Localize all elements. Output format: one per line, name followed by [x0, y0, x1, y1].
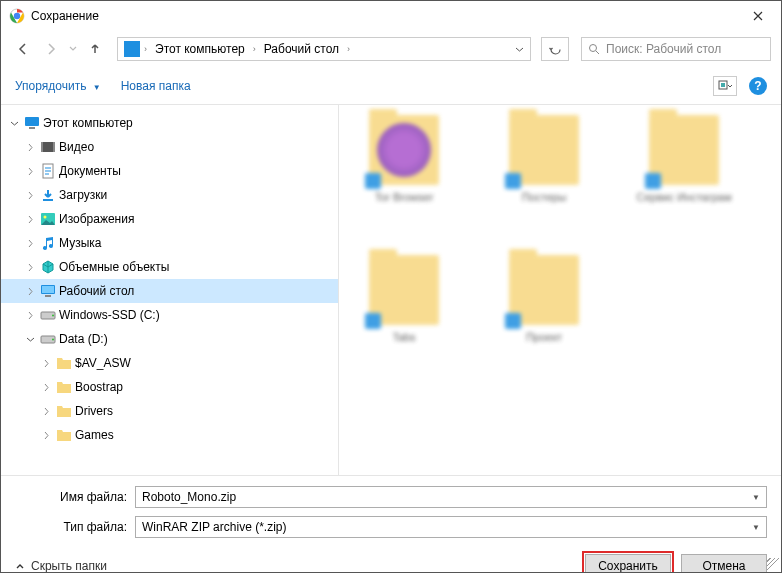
- svg-point-17: [52, 315, 54, 317]
- view-options[interactable]: [713, 76, 737, 96]
- tree-item[interactable]: Музыка: [1, 231, 338, 255]
- img-icon: [39, 211, 57, 227]
- tree-item[interactable]: Windows-SSD (C:): [1, 303, 338, 327]
- file-label: Сервис Инстаграм: [636, 191, 731, 204]
- tree-label: Games: [75, 428, 114, 442]
- chevron-right-icon: ›: [144, 44, 147, 54]
- tree-item[interactable]: Drivers: [1, 399, 338, 423]
- filetype-select[interactable]: WinRAR ZIP archive (*.zip) ▼: [135, 516, 767, 538]
- tree-item[interactable]: Games: [1, 423, 338, 447]
- tree-twisty[interactable]: [23, 287, 37, 296]
- tree-label: Объемные объекты: [59, 260, 169, 274]
- file-label: Постеры: [522, 191, 567, 204]
- tree-item[interactable]: Видео: [1, 135, 338, 159]
- svg-rect-14: [42, 286, 54, 293]
- filename-input[interactable]: Roboto_Mono.zip ▼: [135, 486, 767, 508]
- tree-item[interactable]: Изображения: [1, 207, 338, 231]
- tree-label: Изображения: [59, 212, 134, 226]
- tree-twisty[interactable]: [39, 359, 53, 368]
- pc-icon: [124, 41, 140, 57]
- folder-tree[interactable]: Этот компьютер Видео Документы Загрузки …: [1, 105, 339, 475]
- tree-twisty[interactable]: [23, 335, 37, 344]
- chrome-icon: [9, 8, 25, 24]
- address-dropdown[interactable]: [515, 45, 524, 54]
- organize-menu[interactable]: Упорядочить ▼: [15, 79, 101, 93]
- file-item[interactable]: Постеры: [489, 115, 599, 245]
- save-button[interactable]: Сохранить: [585, 554, 671, 573]
- drive-icon: [39, 331, 57, 347]
- tree-twisty[interactable]: [39, 383, 53, 392]
- file-item[interactable]: Tabs: [349, 255, 459, 385]
- filename-label: Имя файла:: [15, 490, 135, 504]
- tree-label: Рабочий стол: [59, 284, 134, 298]
- tree-item[interactable]: Загрузки: [1, 183, 338, 207]
- svg-point-2: [590, 45, 597, 52]
- tree-twisty[interactable]: [23, 191, 37, 200]
- folder-icon: [55, 427, 73, 443]
- tree-label: $AV_ASW: [75, 356, 131, 370]
- tree-item[interactable]: Рабочий стол: [1, 279, 338, 303]
- music-icon: [39, 235, 57, 251]
- tree-item[interactable]: Этот компьютер: [1, 111, 338, 135]
- file-item[interactable]: Проект: [489, 255, 599, 385]
- tree-item[interactable]: $AV_ASW: [1, 351, 338, 375]
- doc-icon: [39, 163, 57, 179]
- tree-item[interactable]: Data (D:): [1, 327, 338, 351]
- tree-label: Drivers: [75, 404, 113, 418]
- tree-twisty[interactable]: [23, 239, 37, 248]
- folder-icon: [55, 403, 73, 419]
- file-item[interactable]: Tor Browser: [349, 115, 459, 245]
- tree-twisty[interactable]: [39, 431, 53, 440]
- back-button[interactable]: [11, 37, 35, 61]
- desk-icon: [39, 283, 57, 299]
- breadcrumb-root[interactable]: Этот компьютер: [151, 40, 249, 58]
- tree-twisty[interactable]: [23, 311, 37, 320]
- recent-dropdown[interactable]: [67, 37, 79, 61]
- toolbar: Упорядочить ▼ Новая папка ?: [1, 67, 781, 105]
- file-pane[interactable]: Tor BrowserПостерыСервис ИнстаграмTabsПр…: [339, 105, 781, 475]
- address-bar[interactable]: › Этот компьютер › Рабочий стол ›: [117, 37, 531, 61]
- forward-button[interactable]: [39, 37, 63, 61]
- file-label: Tor Browser: [375, 191, 434, 204]
- cancel-button[interactable]: Отмена: [681, 554, 767, 573]
- help-button[interactable]: ?: [749, 77, 767, 95]
- tree-label: Документы: [59, 164, 121, 178]
- svg-point-19: [52, 339, 54, 341]
- tree-label: Data (D:): [59, 332, 108, 346]
- refresh-button[interactable]: [541, 37, 569, 61]
- close-button[interactable]: [735, 1, 781, 31]
- hide-folders-toggle[interactable]: Скрыть папки: [15, 559, 107, 573]
- tree-twisty[interactable]: [23, 167, 37, 176]
- tree-twisty[interactable]: [39, 407, 53, 416]
- svg-rect-8: [41, 142, 43, 152]
- up-button[interactable]: [83, 37, 107, 61]
- search-placeholder: Поиск: Рабочий стол: [606, 42, 721, 56]
- tree-label: Boostrap: [75, 380, 123, 394]
- tree-label: Загрузки: [59, 188, 107, 202]
- tree-twisty[interactable]: [7, 119, 21, 128]
- tree-item[interactable]: Документы: [1, 159, 338, 183]
- tree-item[interactable]: Boostrap: [1, 375, 338, 399]
- tree-twisty[interactable]: [23, 263, 37, 272]
- breadcrumb-sub[interactable]: Рабочий стол: [260, 40, 343, 58]
- search-input[interactable]: Поиск: Рабочий стол: [581, 37, 771, 61]
- file-item[interactable]: Сервис Инстаграм: [629, 115, 739, 245]
- tree-label: Этот компьютер: [43, 116, 133, 130]
- chevron-down-icon[interactable]: ▼: [752, 523, 760, 532]
- chevron-down-icon[interactable]: ▼: [752, 493, 760, 502]
- obj-icon: [39, 259, 57, 275]
- resize-grip[interactable]: [767, 558, 779, 570]
- navbar: › Этот компьютер › Рабочий стол › Поиск:…: [1, 31, 781, 67]
- new-folder-button[interactable]: Новая папка: [121, 79, 191, 93]
- titlebar: Сохранение: [1, 1, 781, 31]
- tree-twisty[interactable]: [23, 215, 37, 224]
- window-title: Сохранение: [31, 9, 735, 23]
- svg-rect-5: [25, 117, 39, 126]
- svg-rect-9: [53, 142, 55, 152]
- chevron-right-icon: ›: [253, 44, 256, 54]
- content: Этот компьютер Видео Документы Загрузки …: [1, 105, 781, 475]
- drive-icon: [39, 307, 57, 323]
- tree-twisty[interactable]: [23, 143, 37, 152]
- tree-item[interactable]: Объемные объекты: [1, 255, 338, 279]
- chevron-down-icon: ▼: [93, 83, 101, 92]
